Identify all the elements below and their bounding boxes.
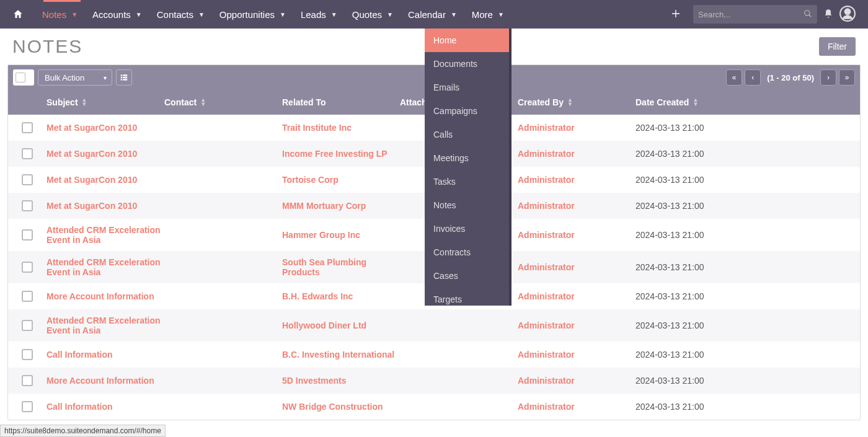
row-created-by-link[interactable]: Administrator xyxy=(518,320,636,330)
nav-item-opportunities[interactable]: Opportunities▼ xyxy=(212,0,293,29)
nav-item-contacts[interactable]: Contacts▼ xyxy=(149,0,212,29)
row-subject-link[interactable]: More Account Information xyxy=(46,291,164,301)
filter-button[interactable]: Filter xyxy=(819,37,856,56)
chevron-down-icon: ▼ xyxy=(136,11,142,18)
row-related-link[interactable]: MMM Mortuary Corp xyxy=(282,201,400,211)
row-created-by-link[interactable]: Administrator xyxy=(518,291,636,301)
row-checkbox[interactable] xyxy=(22,375,33,386)
nav-item-notes[interactable]: Notes▼ xyxy=(35,0,85,29)
create-button[interactable] xyxy=(665,7,687,22)
more-dropdown: HomeDocumentsEmailsCampaignsCallsMeeting… xyxy=(425,29,512,306)
row-checkbox[interactable] xyxy=(22,262,33,273)
row-created-by-link[interactable]: Administrator xyxy=(518,402,636,412)
pager-next-button[interactable]: › xyxy=(820,69,836,86)
select-all-container[interactable] xyxy=(13,69,34,86)
columns-button[interactable] xyxy=(116,69,132,86)
notifications-button[interactable] xyxy=(823,9,833,20)
nav-item-quotes[interactable]: Quotes▼ xyxy=(345,0,401,29)
home-button[interactable] xyxy=(12,9,24,20)
svg-rect-5 xyxy=(123,74,127,76)
row-subject-link[interactable]: Call Information xyxy=(46,402,164,412)
nav-item-calendar[interactable]: Calendar▼ xyxy=(401,0,464,29)
header-date-created[interactable]: Date Created ▲▼ xyxy=(636,97,860,107)
svg-rect-6 xyxy=(121,77,122,78)
pager-prev-button[interactable]: ‹ xyxy=(745,69,761,86)
row-checkbox[interactable] xyxy=(22,122,33,133)
row-checkbox-cell xyxy=(22,401,46,412)
dropdown-item-documents[interactable]: Documents xyxy=(425,52,509,76)
row-checkbox[interactable] xyxy=(22,229,33,241)
dropdown-item-tasks[interactable]: Tasks xyxy=(425,170,509,193)
row-subject-link[interactable]: More Account Information xyxy=(46,376,164,386)
dropdown-item-notes[interactable]: Notes xyxy=(425,193,509,217)
top-nav: Notes▼Accounts▼Contacts▼Opportunities▼Le… xyxy=(0,0,868,29)
row-related-link[interactable]: Trait Institute Inc xyxy=(282,123,400,133)
dropdown-item-campaigns[interactable]: Campaigns xyxy=(425,99,509,123)
pager-last-button[interactable]: » xyxy=(839,69,855,86)
header-subject[interactable]: Subject ▲▼ xyxy=(46,97,164,107)
header-contact[interactable]: Contact ▲▼ xyxy=(164,97,282,107)
row-subject-link[interactable]: Call Information xyxy=(46,350,164,360)
header-created-by[interactable]: Created By ▲▼ xyxy=(518,97,636,107)
row-created-by-link[interactable]: Administrator xyxy=(518,175,636,185)
row-created-by-link[interactable]: Administrator xyxy=(518,376,636,386)
row-created-by-link[interactable]: Administrator xyxy=(518,350,636,360)
row-created-by-link[interactable]: Administrator xyxy=(518,230,636,240)
row-checkbox[interactable] xyxy=(22,349,33,360)
row-checkbox[interactable] xyxy=(22,401,33,412)
row-checkbox[interactable] xyxy=(22,200,33,211)
row-related-link[interactable]: Tortoise Corp xyxy=(282,175,400,185)
dropdown-item-emails[interactable]: Emails xyxy=(425,76,509,99)
dropdown-item-invoices[interactable]: Invoices xyxy=(425,217,509,241)
nav-item-accounts[interactable]: Accounts▼ xyxy=(85,0,149,29)
bulk-action-dropdown[interactable]: Bulk Action xyxy=(38,69,112,86)
chevron-down-icon: ▼ xyxy=(451,11,457,18)
row-related-link[interactable]: NW Bridge Construction xyxy=(282,402,400,412)
nav-items: Notes▼Accounts▼Contacts▼Opportunities▼Le… xyxy=(35,0,512,29)
row-related-link[interactable]: B.H. Edwards Inc xyxy=(282,291,400,301)
row-related-link[interactable]: B.C. Investing International xyxy=(282,350,400,360)
row-related-link[interactable]: Hammer Group Inc xyxy=(282,230,400,240)
row-related-link[interactable]: 5D Investments xyxy=(282,376,400,386)
row-created-by-link[interactable]: Administrator xyxy=(518,201,636,211)
row-checkbox[interactable] xyxy=(22,148,33,159)
search-icon[interactable] xyxy=(804,9,812,20)
svg-point-3 xyxy=(845,9,851,14)
row-checkbox[interactable] xyxy=(22,320,33,331)
row-date-created: 2024-03-13 21:00 xyxy=(636,402,860,412)
table-row: Call InformationNW Bridge ConstructionAd… xyxy=(8,394,860,420)
row-related-link[interactable]: Income Free Investing LP xyxy=(282,149,400,159)
row-checkbox[interactable] xyxy=(22,174,33,185)
row-subject-link[interactable]: Met at SugarCon 2010 xyxy=(46,175,164,185)
user-menu-button[interactable] xyxy=(839,6,856,24)
dropdown-item-targets[interactable]: Targets xyxy=(425,288,509,306)
row-related-link[interactable]: South Sea Plumbing Products xyxy=(282,257,400,277)
dropdown-item-meetings[interactable]: Meetings xyxy=(425,146,509,170)
row-subject-link[interactable]: Met at SugarCon 2010 xyxy=(46,149,164,159)
dropdown-item-home[interactable]: Home xyxy=(425,29,509,52)
nav-item-leads[interactable]: Leads▼ xyxy=(293,0,345,29)
bell-icon xyxy=(823,9,833,19)
row-checkbox[interactable] xyxy=(22,291,33,302)
dropdown-item-cases[interactable]: Cases xyxy=(425,264,509,288)
row-subject-link[interactable]: Met at SugarCon 2010 xyxy=(46,201,164,211)
page-title: NOTES xyxy=(12,36,82,57)
row-created-by-link[interactable]: Administrator xyxy=(518,262,636,272)
dropdown-item-contracts[interactable]: Contracts xyxy=(425,241,509,264)
row-date-created: 2024-03-13 21:00 xyxy=(636,376,860,386)
row-subject-link[interactable]: Attended CRM Exceleration Event in Asia xyxy=(46,316,164,335)
dropdown-item-calls[interactable]: Calls xyxy=(425,123,509,146)
row-created-by-link[interactable]: Administrator xyxy=(518,149,636,159)
row-subject-link[interactable]: Attended CRM Exceleration Event in Asia xyxy=(46,257,164,277)
search-box xyxy=(693,5,817,24)
search-input[interactable] xyxy=(698,10,804,19)
row-related-link[interactable]: Hollywood Diner Ltd xyxy=(282,320,400,330)
row-subject-link[interactable]: Attended CRM Exceleration Event in Asia xyxy=(46,225,164,245)
header-related-to[interactable]: Related To xyxy=(282,97,400,107)
nav-item-more[interactable]: More▼ xyxy=(464,0,512,29)
select-all-checkbox[interactable] xyxy=(16,73,25,82)
row-subject-link[interactable]: Met at SugarCon 2010 xyxy=(46,123,164,133)
pager-info: (1 - 20 of 50) xyxy=(763,73,818,82)
pager-first-button[interactable]: « xyxy=(726,69,742,86)
row-created-by-link[interactable]: Administrator xyxy=(518,123,636,133)
